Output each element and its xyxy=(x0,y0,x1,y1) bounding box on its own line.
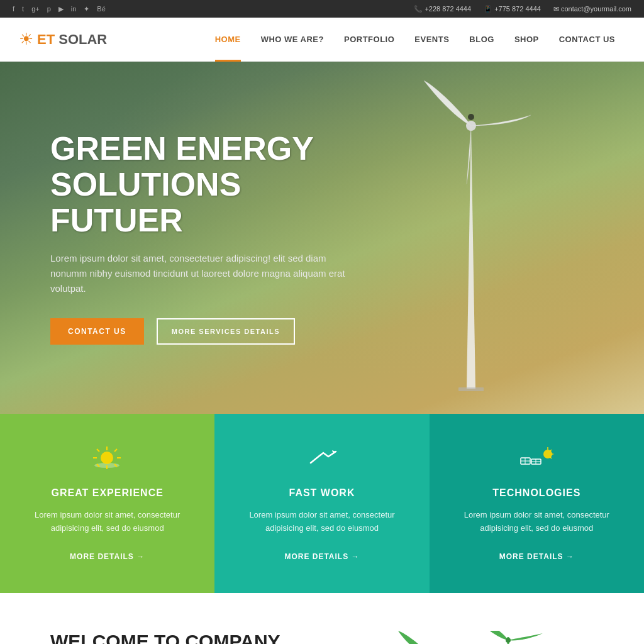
svg-point-1 xyxy=(466,121,476,131)
welcome-text: WELCOME TO COMPANY Lorem ipsum dolor sit… xyxy=(50,631,309,644)
top-bar: f t g+ p ▶ in ✦ Bé 📞 +228 872 4444 📱 +77… xyxy=(0,0,644,18)
experience-desc: Lorem ipsum dolor sit amet, consectetur … xyxy=(25,509,189,535)
social-pinterest[interactable]: p xyxy=(47,5,51,13)
welcome-section: WELCOME TO COMPANY Lorem ipsum dolor sit… xyxy=(0,593,644,644)
svg-line-25 xyxy=(550,457,552,458)
svg-point-2 xyxy=(468,114,474,120)
welcome-title: WELCOME TO COMPANY xyxy=(50,631,309,644)
logo-icon: ☀ xyxy=(19,30,33,49)
nav-shop[interactable]: SHOP xyxy=(504,18,549,62)
technologies-link[interactable]: MORE DETAILS → xyxy=(499,552,574,561)
nav-home[interactable]: HOME xyxy=(205,18,251,62)
technologies-title: TECHNOLOGIES xyxy=(455,487,619,499)
logo-text: ET SOLAR xyxy=(37,31,107,48)
contact-info: 📞 +228 872 4444 📱 +775 872 4444 ✉ contac… xyxy=(414,5,631,13)
technologies-desc: Lorem ipsum dolor sit amet, consectetur … xyxy=(455,509,619,535)
experience-icon xyxy=(25,445,189,476)
svg-line-10 xyxy=(97,449,99,452)
technologies-icon xyxy=(455,445,619,476)
nav-contact-us[interactable]: CONTACT US xyxy=(549,18,625,62)
feature-card-experience: GREAT EXPERIENCE Lorem ipsum dolor sit a… xyxy=(0,414,214,593)
svg-point-5 xyxy=(101,452,113,464)
fastwork-icon xyxy=(240,445,404,476)
feature-card-technologies: TECHNOLOGIES Lorem ipsum dolor sit amet,… xyxy=(430,414,644,593)
main-nav: HOME WHO WE ARE? PORTFOLIO EVENTS BLOG S… xyxy=(205,18,625,62)
email: ✉ contact@yourmail.com xyxy=(553,5,631,13)
phone1: 📞 +228 872 4444 xyxy=(414,5,471,13)
nav-who-we-are[interactable]: WHO WE ARE? xyxy=(251,18,334,62)
svg-rect-3 xyxy=(458,387,484,391)
header: ☀ ET SOLAR HOME WHO WE ARE? PORTFOLIO EV… xyxy=(0,18,644,62)
nav-blog[interactable]: BLOG xyxy=(459,18,504,62)
social-twitter[interactable]: t xyxy=(22,5,24,13)
hero-content: GREEN ENERGY SOLUTIONS FUTUER Lorem ipsu… xyxy=(0,131,409,345)
social-facebook[interactable]: f xyxy=(13,5,14,13)
hero-buttons: CONTACT US MORE SERVICES DETAILS xyxy=(50,318,358,345)
social-youtube[interactable]: ▶ xyxy=(58,5,64,13)
welcome-illustration xyxy=(335,631,594,644)
social-behance[interactable]: Bé xyxy=(97,5,105,13)
svg-point-29 xyxy=(506,638,511,643)
features-section: GREAT EXPERIENCE Lorem ipsum dolor sit a… xyxy=(0,414,644,593)
hero-contact-button[interactable]: CONTACT US xyxy=(50,318,144,345)
nav-portfolio[interactable]: PORTFOLIO xyxy=(334,18,404,62)
phone2: 📱 +775 872 4444 xyxy=(484,5,541,13)
social-googleplus[interactable]: g+ xyxy=(31,5,40,13)
svg-line-12 xyxy=(114,449,117,452)
nav-events[interactable]: EVENTS xyxy=(404,18,459,62)
fastwork-link[interactable]: MORE DETAILS → xyxy=(284,552,359,561)
svg-line-24 xyxy=(550,450,552,452)
svg-marker-0 xyxy=(467,125,475,389)
social-linkedin[interactable]: in xyxy=(71,5,77,13)
hero-services-button[interactable]: MORE SERVICES DETAILS xyxy=(157,318,295,345)
hero-section: GREEN ENERGY SOLUTIONS FUTUER Lorem ipsu… xyxy=(0,62,644,414)
experience-title: GREAT EXPERIENCE xyxy=(25,487,189,499)
fastwork-title: FAST WORK xyxy=(240,487,404,499)
social-links: f t g+ p ▶ in ✦ Bé xyxy=(13,5,106,13)
feature-card-fastwork: FAST WORK Lorem ipsum dolor sit amet, co… xyxy=(214,414,429,593)
hero-title: GREEN ENERGY SOLUTIONS FUTUER xyxy=(50,131,358,239)
logo[interactable]: ☀ ET SOLAR xyxy=(19,30,107,49)
hero-description: Lorem ipsum dolor sit amet, consectetuer… xyxy=(50,251,358,296)
social-dribbble[interactable]: ✦ xyxy=(84,5,89,13)
experience-link[interactable]: MORE DETAILS → xyxy=(70,552,145,561)
fastwork-desc: Lorem ipsum dolor sit amet, consectetur … xyxy=(240,509,404,535)
